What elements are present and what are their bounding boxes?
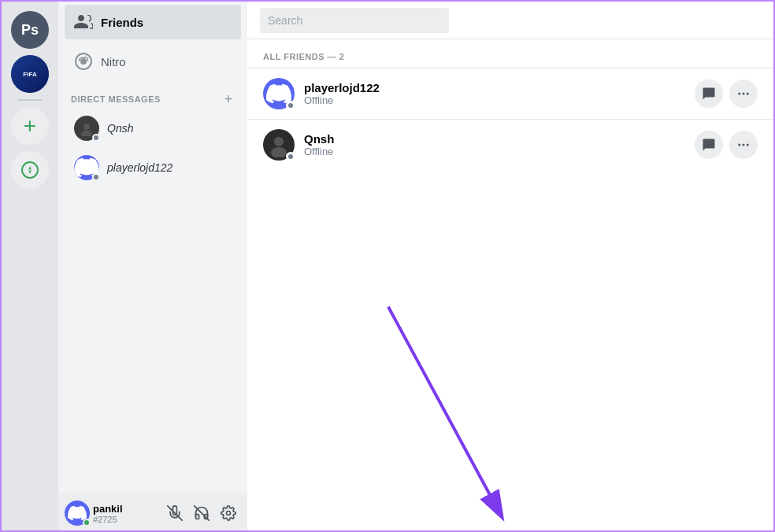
dm-user-playerlojd122[interactable]: playerlojd122 [65, 149, 241, 187]
friend-avatar-wrap-player [263, 78, 295, 109]
user-settings-button[interactable] [216, 501, 241, 526]
friends-list: ALL FRIENDS — 2 playerlojd122 Offline [247, 39, 773, 530]
explore-button[interactable] [11, 151, 49, 189]
user-bar-avatar-wrap [65, 501, 90, 526]
svg-point-14 [271, 147, 287, 157]
main-header [247, 2, 773, 39]
svg-point-10 [738, 93, 740, 95]
server-icon-fifa[interactable]: FIFA [11, 55, 49, 93]
server-sidebar: Ps FIFA + [2, 2, 58, 532]
mute-button[interactable] [162, 501, 187, 526]
svg-line-8 [195, 506, 209, 520]
user-bar-info: pankil #2725 [93, 503, 159, 524]
message-icon-qnsh [702, 138, 716, 152]
player-status-dot [92, 173, 100, 181]
user-bar-controls [162, 501, 241, 526]
svg-point-0 [22, 162, 38, 178]
friend-info-qnsh: Qnsh Offline [304, 132, 695, 157]
svg-point-13 [274, 137, 284, 146]
nitro-label: Nitro [101, 55, 126, 68]
deafen-button[interactable] [189, 501, 214, 526]
friend2-status-dot [286, 152, 295, 161]
svg-point-16 [743, 144, 745, 146]
friend-message-button-player[interactable] [695, 79, 723, 108]
svg-point-9 [227, 512, 231, 515]
svg-point-12 [747, 93, 749, 95]
search-box[interactable] [260, 8, 449, 33]
friends-icon [74, 13, 93, 31]
search-input[interactable] [268, 14, 441, 27]
nitro-nav-item[interactable]: Nitro [65, 44, 241, 79]
qnsh-status-dot [92, 134, 100, 142]
friend-info-player: playerlojd122 Offline [304, 81, 695, 106]
user-bar-name: pankil [93, 503, 159, 515]
mute-icon [167, 505, 183, 521]
friend-actions-qnsh [695, 131, 758, 159]
svg-point-4 [80, 58, 87, 65]
friend-status-qnsh: Offline [304, 146, 695, 157]
dm-username-player: playerlojd122 [107, 161, 172, 174]
dm-section-header: DIRECT MESSAGES + [58, 80, 247, 109]
dm-user-qnsh[interactable]: Qnsh [65, 109, 241, 147]
settings-gear-icon [221, 505, 236, 521]
dm-avatar-wrap-player [74, 155, 99, 180]
svg-point-6 [81, 131, 92, 136]
add-server-button[interactable]: + [11, 107, 49, 145]
svg-point-15 [738, 144, 740, 146]
svg-point-11 [743, 93, 745, 95]
message-icon [702, 87, 716, 101]
friend-avatar-wrap-qnsh [263, 129, 295, 161]
more-icon-qnsh [736, 138, 751, 152]
compass-icon [20, 161, 39, 179]
friend-name-player: playerlojd122 [304, 81, 695, 94]
server-icon-ps[interactable]: Ps [11, 11, 49, 49]
server-divider [17, 99, 43, 101]
svg-marker-1 [28, 166, 32, 170]
dm-sidebar: Friends Nitro DIRECT MESSAGES + [58, 2, 247, 532]
friend-name-qnsh: Qnsh [304, 132, 695, 146]
friend-more-button-player[interactable] [729, 79, 758, 108]
friends-label: Friends [101, 16, 143, 29]
main-wrapper: ALL FRIENDS — 2 playerlojd122 Offline [247, 2, 773, 530]
friends-nav-item[interactable]: Friends [65, 5, 241, 39]
svg-point-5 [83, 124, 90, 130]
user-bar: pankil #2725 [58, 493, 247, 532]
friend-row-qnsh[interactable]: Qnsh Offline [247, 119, 773, 170]
user-status-online-dot [83, 519, 91, 526]
friend-more-button-qnsh[interactable] [729, 131, 758, 159]
fifa-icon: FIFA [11, 55, 49, 93]
svg-marker-2 [28, 170, 32, 174]
qnsh-avatar-img [79, 120, 95, 136]
deafen-icon [194, 505, 210, 521]
user-bar-tag: #2725 [93, 515, 159, 524]
friend-status-player: Offline [304, 94, 695, 106]
friends-count-label: ALL FRIENDS — 2 [247, 52, 773, 68]
dm-section-title: DIRECT MESSAGES [71, 94, 161, 104]
dm-username-qnsh: Qnsh [107, 122, 133, 135]
friend-message-button-qnsh[interactable] [695, 131, 723, 159]
more-icon [736, 87, 751, 101]
add-dm-button[interactable]: + [222, 93, 235, 105]
friend1-status-dot [286, 101, 295, 110]
nitro-icon [74, 52, 93, 71]
friend-actions-player [695, 79, 758, 108]
dm-avatar-wrap-qnsh [74, 116, 99, 141]
svg-point-17 [747, 144, 749, 146]
friend-row-playerlojd122[interactable]: playerlojd122 Offline [247, 68, 773, 119]
main-content: ALL FRIENDS — 2 playerlojd122 Offline [247, 2, 773, 530]
